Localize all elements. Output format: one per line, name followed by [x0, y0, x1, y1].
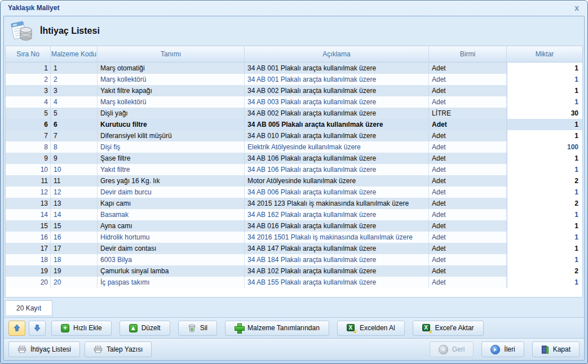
- back-button[interactable]: Geri: [430, 341, 474, 357]
- cell-malzeme-kodu: 5: [51, 108, 98, 119]
- cell-miktar[interactable]: 1: [507, 243, 582, 254]
- table-row[interactable]: 7 7 Diferansiyel kilit müşürü 34 AB 010 …: [6, 130, 582, 141]
- table-row[interactable]: 6 6 Kurutucu filtre 34 AB 005 Plakalı ar…: [6, 119, 582, 130]
- cell-tanim: Şase filtre: [98, 153, 245, 164]
- cell-miktar[interactable]: 1: [507, 85, 582, 96]
- column-header-birmi[interactable]: Birmi: [429, 46, 507, 62]
- table-row[interactable]: 13 13 Kapı camı 34 2015 123 Plakalı iş m…: [6, 198, 582, 209]
- cell-miktar[interactable]: 1: [507, 209, 582, 220]
- cell-aciklama: Elektrik Atölyesinde kullanılmak üzere: [245, 141, 429, 153]
- cell-tanim: Marş otomatiği: [98, 63, 245, 74]
- table-row[interactable]: 17 17 Devir daim contası 34 AB 147 Plaka…: [6, 243, 582, 254]
- table-row[interactable]: 12 12 Devir daim burcu 34 AB 006 Plakalı…: [6, 187, 582, 198]
- column-header-aciklama[interactable]: Açıklama: [245, 46, 429, 62]
- cell-tanim: Devir daim contası: [98, 243, 245, 254]
- cell-miktar[interactable]: 1: [507, 254, 582, 265]
- table-row[interactable]: 19 19 Çamurluk sinyal lamba 34 AB 102 Pl…: [6, 265, 582, 277]
- column-header-tanimi[interactable]: Tanımı: [98, 46, 245, 62]
- cell-miktar[interactable]: 2: [507, 265, 582, 277]
- trash-icon: [188, 324, 196, 332]
- quick-add-button[interactable]: + Hızlı Ekle: [51, 321, 112, 336]
- cell-aciklama: Motor Atölyesinde kullanılmak üzere: [245, 175, 429, 187]
- cell-aciklama: 34 2015 123 Plakalı iş makinasında kulla…: [245, 198, 429, 209]
- excel-import-label: Excelden Al: [360, 324, 395, 332]
- cell-birim: Adet: [429, 187, 507, 198]
- cell-miktar[interactable]: 100: [507, 141, 582, 153]
- table-row[interactable]: 4 4 Marş kollektörü 34 AB 003 Plakalı ar…: [6, 96, 582, 108]
- cell-birim: Adet: [429, 265, 507, 277]
- cell-aciklama: 34 AB 102 Plakalı araçta kullanılmak üze…: [245, 265, 429, 277]
- table-row[interactable]: 14 14 Basamak 34 AB 162 Plakalı araçta k…: [6, 209, 582, 220]
- status-band: 20 Kayıt: [4, 298, 584, 317]
- cell-malzeme-kodu: 20: [51, 277, 98, 288]
- print-request-letter-button[interactable]: Talep Yazısı: [85, 341, 152, 357]
- cell-miktar[interactable]: 1: [507, 153, 582, 164]
- cell-sira-no: 6: [6, 119, 51, 130]
- edit-icon: ▲: [129, 324, 138, 332]
- delete-button[interactable]: Sil: [178, 321, 217, 336]
- table-row[interactable]: 20 20 İç paspas takımı 34 AB 155 Plakalı…: [6, 277, 582, 288]
- table-row[interactable]: 1 1 Marş otomatiği 34 AB 001 Plakalı ara…: [6, 63, 582, 74]
- cell-birim: Adet: [429, 243, 507, 254]
- cell-miktar[interactable]: 1: [507, 119, 582, 130]
- cell-sira-no: 12: [6, 187, 51, 198]
- excel-import-button[interactable]: X Excelden Al: [337, 321, 405, 336]
- cell-miktar[interactable]: 1: [507, 63, 582, 74]
- cell-miktar[interactable]: 1: [507, 232, 582, 243]
- record-count-badge: 20 Kayıt: [5, 300, 52, 316]
- table-row[interactable]: 16 16 Hidrolik hortumu 34 2016 1501 Plak…: [6, 232, 582, 243]
- table-row[interactable]: 11 11 Gres yağı 16 Kg. lık Motor Atölyes…: [6, 175, 582, 187]
- table-row[interactable]: 5 5 Dişli yağı 34 AB 002 Plakalı araçta …: [6, 108, 582, 119]
- cell-malzeme-kodu: 7: [51, 130, 98, 141]
- cell-miktar[interactable]: 1: [507, 164, 582, 175]
- cell-sira-no: 5: [6, 108, 51, 119]
- table-row[interactable]: 10 10 Yakıt filtre 34 AB 106 Plakalı ara…: [6, 164, 582, 175]
- column-header-malzeme-kodu[interactable]: Malzeme Kodu: [51, 46, 98, 62]
- table-row[interactable]: 18 18 6003 Bilya 34 AB 184 Plakalı araçt…: [6, 254, 582, 265]
- cell-birim: Adet: [429, 119, 507, 130]
- table-row[interactable]: 9 9 Şase filtre 34 AB 106 Plakalı araçta…: [6, 153, 582, 164]
- close-icon[interactable]: x: [573, 4, 581, 12]
- cell-malzeme-kodu: 4: [51, 96, 98, 108]
- cell-malzeme-kodu: 17: [51, 243, 98, 254]
- cell-miktar[interactable]: 1: [507, 130, 582, 141]
- cell-birim: Adet: [429, 153, 507, 164]
- needs-grid: Sıra No Malzeme Kodu Tanımı Açıklama Bir…: [5, 46, 583, 298]
- cell-sira-no: 20: [6, 277, 51, 288]
- cell-miktar[interactable]: 1: [507, 74, 582, 85]
- cell-miktar[interactable]: 1: [507, 220, 582, 232]
- excel-export-button[interactable]: X Excel'e Aktar: [413, 321, 484, 336]
- cell-miktar[interactable]: 30: [507, 108, 582, 119]
- printer-icon: [94, 345, 103, 353]
- material-definitions-button[interactable]: Malzeme Tanımlarından: [225, 321, 329, 336]
- cell-tanim: Ayna camı: [98, 220, 245, 232]
- table-row[interactable]: 3 3 Yakıt filtre kapağı 34 AB 002 Plakal…: [6, 85, 582, 96]
- close-button[interactable]: Kapat: [532, 341, 580, 357]
- cell-malzeme-kodu: 18: [51, 254, 98, 265]
- cell-sira-no: 8: [6, 141, 51, 153]
- edit-button[interactable]: ▲ Düzelt: [120, 321, 170, 336]
- table-row[interactable]: 2 2 Marş kollektörü 34 AB 001 Plakalı ar…: [6, 74, 582, 85]
- cell-tanim: Kurutucu filtre: [98, 119, 245, 130]
- cell-birim: Adet: [429, 63, 507, 74]
- cell-tanim: Devir daim burcu: [98, 187, 245, 198]
- table-row[interactable]: 8 8 Dişi fiş Elektrik Atölyesinde kullan…: [6, 141, 582, 153]
- cell-miktar[interactable]: 2: [507, 198, 582, 209]
- cell-aciklama: 34 AB 010 Plakalı araçta kullanılmak üze…: [245, 130, 429, 141]
- next-arrow-icon: [490, 345, 500, 354]
- cell-sira-no: 7: [6, 130, 51, 141]
- next-label: İleri: [504, 345, 515, 353]
- table-row[interactable]: 15 15 Ayna camı 34 AB 016 Plakalı araçta…: [6, 220, 582, 232]
- cell-sira-no: 11: [6, 175, 51, 187]
- print-needs-list-button[interactable]: İhtiyaç Listesi: [8, 341, 80, 357]
- move-down-button[interactable]: [29, 321, 46, 336]
- next-button[interactable]: İleri: [481, 341, 524, 357]
- cell-birim: Adet: [429, 198, 507, 209]
- column-header-miktar[interactable]: Miktar: [507, 46, 582, 62]
- cell-miktar[interactable]: 1: [507, 277, 582, 288]
- move-up-button[interactable]: [8, 321, 25, 336]
- cell-miktar[interactable]: 1: [507, 96, 582, 108]
- cell-miktar[interactable]: 1: [507, 187, 582, 198]
- column-header-sira-no[interactable]: Sıra No: [6, 46, 51, 62]
- cell-miktar[interactable]: 2: [507, 175, 582, 187]
